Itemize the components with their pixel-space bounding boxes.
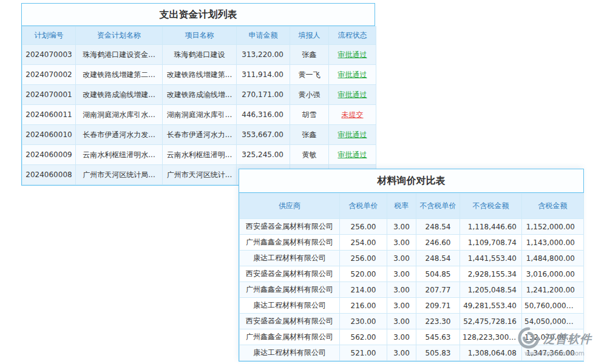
quote-col-header-2: 含税单价 [340,194,387,219]
quote-supplier-link[interactable]: 广州鑫鑫金属材料有限公司 [240,282,340,298]
plan-id-link[interactable]: 2024060008 [22,165,76,185]
quote-net-amount: 49,281,553.40 [460,298,522,314]
quote-supplier-link[interactable]: 西安盛器金属材料有限公司 [240,219,340,235]
quote-supplier-link[interactable]: 广州鑫鑫金属材料有限公司 [240,235,340,251]
quote-net-price: 223.30 [416,314,460,329]
quote-unit-price: 521.00 [340,345,387,361]
quote-supplier-link[interactable]: 西安盛器金属材料有限公司 [240,314,340,329]
quote-table-row: 广州鑫鑫金属材料有限公司214.003.00207.771,205,048.54… [240,282,584,298]
plan-table-row: 2024070001改建铁路成渝线增建...改建铁路成渝线增...270,171… [22,85,376,105]
plan-project-link[interactable]: 广州市天河区统计... [163,165,237,185]
quote-net-price: 504.85 [416,266,460,282]
plan-name-link[interactable]: 改建铁路成渝线增建... [76,85,163,105]
plan-project-link[interactable]: 珠海鹤港口建设 [163,45,237,65]
quote-gross-amount: 50,760,000.00 [522,298,584,314]
quote-unit-price: 254.00 [340,235,387,251]
plan-amount: 325,245.00 [237,145,290,165]
plan-name-link[interactable]: 长春市伊通河水力发... [76,125,163,145]
plan-id-link[interactable]: 2024060010 [22,125,76,145]
plan-person-link[interactable]: 黄一飞 [290,65,329,85]
quote-net-amount: 1,205,048.54 [460,282,522,298]
plan-status[interactable]: 审批通过 [329,45,376,65]
plan-status[interactable]: 审批通过 [329,65,376,85]
plan-name-link[interactable]: 云南水利枢纽潜明水... [76,145,163,165]
plan-person-link[interactable]: 黄小强 [290,85,329,105]
quote-col-header-1: 供应商 [240,194,340,219]
plan-status[interactable]: 审批通过 [329,145,376,165]
quote-table-row: 西安盛器金属材料有限公司256.003.00248.541,118,446.60… [240,219,584,235]
quote-col-header-4: 不含税单价 [416,194,460,219]
quote-col-header-5: 不含税金额 [460,194,522,219]
plan-status[interactable]: 审批通过 [329,125,376,145]
plan-person-link[interactable]: 张鑫 [290,125,329,145]
quote-tax-rate: 3.00 [387,251,416,266]
plan-name-link[interactable]: 湖南洞庭湖水库引水... [76,105,163,125]
plan-project-link[interactable]: 湖南洞庭湖水库引... [163,105,237,125]
brand-url: www.fanpusoft.com [517,350,592,357]
fanpu-logo-icon [517,326,540,352]
plan-id-link[interactable]: 2024070003 [22,45,76,65]
quote-unit-price: 256.00 [340,219,387,235]
quote-net-amount: 128,223,300.97 [460,329,522,345]
quote-net-price: 246.60 [416,235,460,251]
quote-net-amount: 1,118,446.60 [460,219,522,235]
quote-unit-price: 520.00 [340,266,387,282]
plan-project-link[interactable]: 改建铁路成渝线增... [163,85,237,105]
brand-name: 泛普软件 [543,331,592,347]
plan-amount: 446,316.00 [237,105,290,125]
quote-tax-rate: 3.00 [387,282,416,298]
quote-supplier-link[interactable]: 康达工程材料有限公司 [240,251,340,266]
plan-id-link[interactable]: 2024070002 [22,65,76,85]
plan-amount: 353,667.00 [237,125,290,145]
quote-tax-rate: 3.00 [387,266,416,282]
plan-amount: 313,220.00 [237,45,290,65]
plan-id-link[interactable]: 2024070001 [22,85,76,105]
plan-status[interactable]: 未提交 [329,105,376,125]
plan-status[interactable]: 审批通过 [329,85,376,105]
plan-id-link[interactable]: 2024060011 [22,105,76,125]
quote-supplier-link[interactable]: 广州鑫鑫金属材料有限公司 [240,329,340,345]
brand-watermark: 泛普软件 www.fanpusoft.com [517,326,592,357]
quote-supplier-link[interactable]: 西安盛器金属材料有限公司 [240,266,340,282]
quote-table-row: 西安盛器金属材料有限公司520.003.00504.852,928,155.34… [240,266,584,282]
plan-name-link[interactable]: 广州市天河区统计局... [76,165,163,185]
quote-net-price: 248.54 [416,219,460,235]
plan-project-link[interactable]: 改建铁路线增建第... [163,65,237,85]
quote-net-amount: 1,308,064.08 [460,345,522,361]
quote-net-amount: 2,928,155.34 [460,266,522,282]
quote-gross-amount: 3,016,000.00 [522,266,584,282]
plan-name-link[interactable]: 改建铁路线增建第二... [76,65,163,85]
quote-net-amount: 1,109,708.74 [460,235,522,251]
quote-net-amount: 52,475,728.16 [460,314,522,329]
quote-tax-rate: 3.00 [387,345,416,361]
expenditure-plan-table: 计划编号资金计划名称项目名称申请金额填报人流程状态 2024070003珠海鹤港… [22,26,376,185]
quote-tax-rate: 3.00 [387,219,416,235]
plan-id-link[interactable]: 2024060009 [22,145,76,165]
quote-tax-rate: 3.00 [387,298,416,314]
quote-col-header-3: 税率 [387,194,416,219]
quote-gross-amount: 1,143,000.00 [522,235,584,251]
plan-table-row: 2024070002改建铁路线增建第二...改建铁路线增建第...311,914… [22,65,376,85]
plan-table-header-row: 计划编号资金计划名称项目名称申请金额填报人流程状态 [22,27,376,45]
plan-person-link[interactable]: 胡雪 [290,105,329,125]
plan-table-row: 2024060009云南水利枢纽潜明水...云南水利枢纽潜明...325,245… [22,145,376,165]
quote-supplier-link[interactable]: 康达工程材料有限公司 [240,345,340,361]
plan-name-link[interactable]: 珠海鹤港口建设资金... [76,45,163,65]
quote-net-amount: 1,441,553.40 [460,251,522,266]
plan-table-row: 2024060011湖南洞庭湖水库引水...湖南洞庭湖水库引...446,316… [22,105,376,125]
plan-person-link[interactable]: 张鑫 [290,45,329,65]
quote-gross-amount: 1,484,800.00 [522,251,584,266]
quote-net-price: 505.83 [416,345,460,361]
quote-unit-price: 230.00 [340,314,387,329]
plan-col-header-1: 计划编号 [22,27,76,45]
quote-table-header-row: 供应商含税单价税率不含税单价不含税金额含税金额 [240,194,584,219]
quote-supplier-link[interactable]: 康达工程材料有限公司 [240,298,340,314]
quote-table-row: 广州鑫鑫金属材料有限公司254.003.00246.601,109,708.74… [240,235,584,251]
quote-tax-rate: 3.00 [387,314,416,329]
plan-project-link[interactable]: 长春市伊通河水力... [163,125,237,145]
quote-unit-price: 214.00 [340,282,387,298]
plan-project-link[interactable]: 云南水利枢纽潜明... [163,145,237,165]
expenditure-plan-table-title: 支出资金计划列表 [22,4,375,26]
plan-person-link[interactable]: 黄敏 [290,145,329,165]
plan-col-header-5: 填报人 [290,27,329,45]
